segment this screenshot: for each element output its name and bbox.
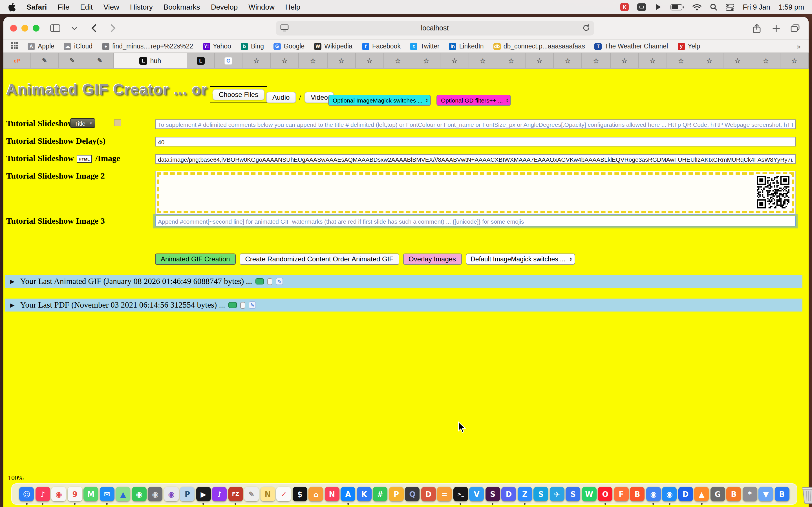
share-icon[interactable] — [750, 21, 763, 35]
zoom-indicator[interactable]: 100% — [8, 474, 24, 482]
menubar-time[interactable]: 1:59 pm — [779, 3, 804, 11]
gd-filters-select[interactable]: Optional GD filters++ ... ▴▾ — [437, 95, 511, 106]
forward-button[interactable] — [106, 21, 119, 35]
tab-bookmark-15[interactable]: ☆ — [639, 53, 667, 68]
status-app-icon[interactable]: K — [620, 3, 629, 11]
trash-icon[interactable] — [801, 486, 812, 506]
dock-app-downloads[interactable]: ▼ — [758, 487, 774, 502]
address-bar[interactable]: localhost — [275, 21, 594, 36]
chevron-down-icon[interactable] — [68, 21, 81, 35]
document-icon[interactable] — [240, 302, 245, 308]
default-imagemagick-switches-select[interactable]: Default ImageMagick switches ... ▴▾ — [465, 253, 575, 265]
menubar-date[interactable]: Fri 9 Jan — [743, 3, 770, 11]
playback-icon[interactable] — [655, 3, 662, 11]
tab-bookmark-8[interactable]: ☆ — [441, 53, 469, 68]
dock-app-photos[interactable]: ◉ — [51, 487, 66, 502]
dock-app-music[interactable]: ♪ — [35, 487, 50, 502]
favorite-facebook[interactable]: fFacebook — [362, 43, 401, 50]
color-swatch[interactable] — [114, 119, 121, 126]
favorite-bing[interactable]: bBing — [241, 43, 264, 50]
menubar-item-bookmarks[interactable]: Bookmarks — [163, 3, 200, 11]
tab-bookmark-9[interactable]: ☆ — [469, 53, 497, 68]
apple-menu-icon[interactable] — [8, 3, 16, 11]
favorite-wikipedia[interactable]: WWikipedia — [314, 43, 352, 50]
tab-bookmark-1[interactable]: ☆ — [243, 53, 271, 68]
dock-app-messages[interactable]: M — [84, 487, 99, 502]
dock-app-finder[interactable]: ☺ — [19, 487, 35, 502]
dock-app-home[interactable]: ⌂ — [308, 487, 324, 502]
sidebar-toggle-icon[interactable] — [49, 21, 62, 35]
dock-app-preview[interactable]: P — [180, 487, 195, 502]
tab-bookmark-11[interactable]: ☆ — [525, 53, 554, 68]
back-button[interactable] — [87, 21, 100, 35]
title-config-input[interactable] — [155, 119, 796, 129]
menubar-item-view[interactable]: View — [103, 3, 119, 11]
dock-app-chrome[interactable]: ◉ — [646, 487, 661, 502]
wifi-icon[interactable] — [693, 4, 702, 10]
dock-app-appstore[interactable]: A — [341, 487, 356, 502]
dock-app-blender[interactable]: B — [726, 487, 742, 502]
tab-bookmark-6[interactable]: ☆ — [384, 53, 412, 68]
choose-files-button[interactable]: Choose Files — [213, 89, 264, 100]
dock-app-filezilla[interactable]: FZ — [228, 487, 243, 502]
tab[interactable]: ✎ — [86, 53, 114, 68]
tab-bookmark-4[interactable]: ☆ — [327, 53, 356, 68]
randomized-gif-button[interactable]: Create Randomized Content Order Animated… — [239, 253, 399, 265]
dock-app-slack[interactable]: S — [485, 487, 500, 502]
dock-app-reminders[interactable]: ✓ — [276, 487, 292, 502]
menubar-item-file[interactable]: File — [57, 3, 69, 11]
dock-app-settings[interactable]: * — [742, 487, 758, 502]
dock-app-zoom[interactable]: Z — [517, 487, 532, 502]
favorite-apple[interactable]: AApple — [28, 43, 54, 50]
dock-app-notes[interactable]: N — [260, 487, 275, 502]
tab-bookmark-17[interactable]: ☆ — [696, 53, 724, 68]
favorites-overflow-chevron[interactable]: » — [797, 42, 801, 50]
favorite-globe[interactable]: ●find_minus....rep+%22s%22 — [102, 43, 193, 50]
favorite-twitter[interactable]: tTwitter — [410, 43, 440, 50]
gif-preview-icon[interactable] — [255, 278, 264, 284]
tab-bookmark-12[interactable]: ☆ — [554, 53, 582, 68]
pdf-preview-icon[interactable] — [229, 302, 237, 308]
zoom-window-button[interactable] — [33, 25, 40, 32]
dock-app-signal[interactable]: S — [566, 487, 581, 502]
dock-app-dictionary[interactable]: D — [421, 487, 436, 502]
dock-app-quicktime[interactable]: Q — [405, 487, 420, 502]
tab-bookmark-19[interactable]: ☆ — [752, 53, 780, 68]
dock-app-firefox[interactable]: F — [614, 487, 629, 502]
tab-huh[interactable]: Lhuh — [114, 53, 187, 68]
dock-app-textedit[interactable]: ✎ — [244, 487, 259, 502]
dock-app-skype[interactable]: S — [534, 487, 549, 502]
menubar-item-develop[interactable]: Develop — [211, 3, 238, 11]
overlay-images-button[interactable]: Overlay Images — [403, 253, 462, 265]
dock-app-numbers[interactable]: # — [373, 487, 388, 502]
delay-input[interactable] — [155, 137, 796, 147]
favorite-google[interactable]: GGoogle — [273, 43, 305, 50]
minimize-window-button[interactable] — [21, 25, 28, 32]
last-animated-gif-bar[interactable]: ▶ Your Last Animated GIF (January 08 202… — [5, 275, 802, 288]
tab-bookmark-2[interactable]: ☆ — [271, 53, 299, 68]
favorite-linkedin[interactable]: inLinkedIn — [449, 43, 484, 50]
image2-preview[interactable] — [155, 171, 796, 215]
favorite-yelp[interactable]: yYelp — [677, 43, 700, 50]
dock-app-stocks[interactable]: $ — [292, 487, 308, 502]
dock-app-maps[interactable]: ▲ — [116, 487, 131, 502]
tab-bookmark-20[interactable]: ☆ — [780, 53, 809, 68]
animated-gif-creation-button[interactable]: Animated GIF Creation — [155, 253, 236, 265]
dock-app-telegram[interactable]: ✈ — [550, 487, 565, 502]
dock-app-docker[interactable]: D — [678, 487, 693, 502]
dock-app-news[interactable]: N — [324, 487, 340, 502]
dock-app-calendar[interactable]: 9 — [67, 487, 83, 502]
tab[interactable]: L — [187, 53, 215, 68]
tab-bookmark-7[interactable]: ☆ — [412, 53, 441, 68]
document-icon[interactable] — [267, 278, 272, 285]
dock-app-opera[interactable]: O — [598, 487, 613, 502]
menubar-item-history[interactable]: History — [130, 3, 153, 11]
control-center-icon[interactable] — [726, 4, 734, 10]
dock-app-podcasts[interactable]: ♪ — [212, 487, 227, 502]
frequently-visited-grid-icon[interactable] — [11, 42, 18, 50]
edit-icon[interactable]: ✎ — [249, 301, 256, 309]
dock-app-mail[interactable]: ✉ — [100, 487, 115, 502]
favorite-yahoo[interactable]: Y!Yahoo — [203, 43, 231, 50]
dock-app-keynote[interactable]: K — [357, 487, 372, 502]
dock-app-camera[interactable]: ◉ — [148, 487, 163, 502]
